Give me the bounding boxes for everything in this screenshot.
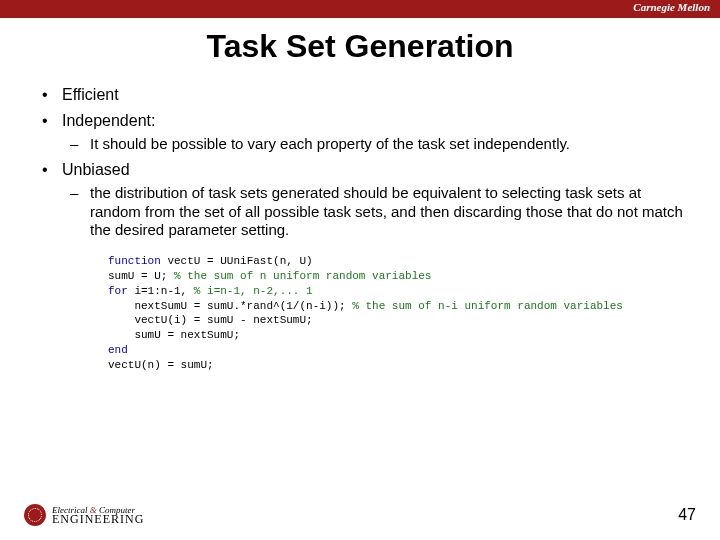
code-text: vectU(n) = sumU; <box>108 359 214 371</box>
top-bar: Carnegie Mellon <box>0 0 720 18</box>
code-comment: % i=n-1, n-2,... 1 <box>194 285 313 297</box>
code-text: sumU = nextSumU; <box>108 329 240 341</box>
code-kw: function <box>108 255 161 267</box>
code-text: sumU = U; <box>108 270 174 282</box>
bullet-independent: Independent: It should be possible to va… <box>34 111 686 154</box>
code-kw: for <box>108 285 128 297</box>
code-text: vectU = UUniFast(n, U) <box>161 255 313 267</box>
seal-icon <box>24 504 46 526</box>
subbullet-unbiased-detail: the distribution of task sets generated … <box>62 184 686 240</box>
bullet-text: Independent: <box>62 112 155 129</box>
bullet-text: Efficient <box>62 86 119 103</box>
page-number: 47 <box>678 506 696 524</box>
code-kw: end <box>108 344 128 356</box>
bullet-unbiased: Unbiased the distribution of task sets g… <box>34 160 686 240</box>
subbullet-independent-detail: It should be possible to vary each prope… <box>62 135 686 154</box>
bullet-text: Unbiased <box>62 161 130 178</box>
slide-title: Task Set Generation <box>0 28 720 65</box>
code-text: nextSumU = sumU.*rand^(1/(n-i)); <box>108 300 352 312</box>
footer-line2: ENGINEERING <box>52 514 144 525</box>
code-text: i=1:n-1, <box>128 285 194 297</box>
footer-text: Electrical & Computer ENGINEERING <box>52 506 144 525</box>
code-block: function vectU = UUniFast(n, U) sumU = U… <box>108 254 686 373</box>
bullet-text: It should be possible to vary each prope… <box>90 135 570 152</box>
code-text: vectU(i) = sumU - nextSumU; <box>108 314 313 326</box>
code-comment: % the sum of n uniform random variables <box>174 270 431 282</box>
bullet-efficient: Efficient <box>34 85 686 105</box>
footer-logo: Electrical & Computer ENGINEERING <box>24 504 144 526</box>
code-comment: % the sum of n-i uniform random variable… <box>352 300 623 312</box>
brand-wordmark: Carnegie Mellon <box>633 1 710 13</box>
bullet-text: the distribution of task sets generated … <box>90 184 683 239</box>
slide-body: Efficient Independent: It should be poss… <box>0 65 720 373</box>
